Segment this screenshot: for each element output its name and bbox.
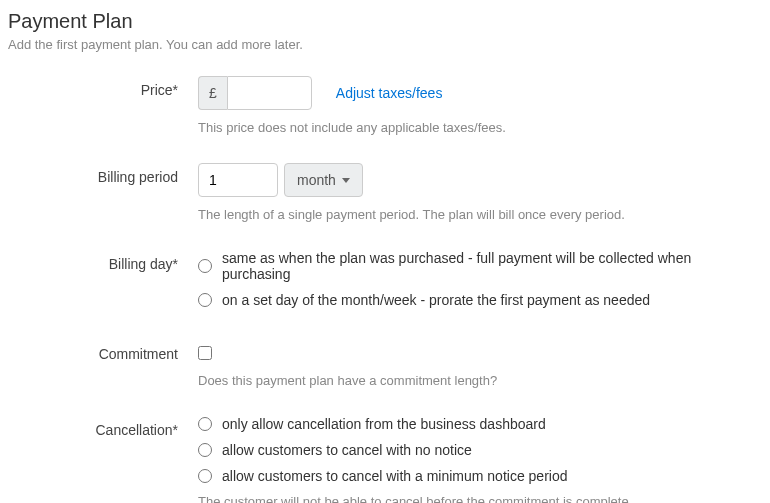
cancellation-radio-no-notice[interactable] <box>198 443 212 457</box>
row-price: Price* £ Adjust taxes/fees This price do… <box>8 76 762 135</box>
currency-symbol: £ <box>198 76 227 110</box>
billing-period-unit-dropdown[interactable]: month <box>284 163 363 197</box>
page-title: Payment Plan <box>8 10 762 33</box>
price-helper: This price does not include any applicab… <box>198 120 762 135</box>
row-billing-day: Billing day* same as when the plan was p… <box>8 250 762 318</box>
billing-day-option-set-label: on a set day of the month/week - prorate… <box>222 292 650 308</box>
billing-day-radio-set[interactable] <box>198 293 212 307</box>
billing-day-option-set[interactable]: on a set day of the month/week - prorate… <box>198 292 762 308</box>
price-input[interactable] <box>227 76 312 110</box>
page-subtitle: Add the first payment plan. You can add … <box>8 37 762 52</box>
cancellation-option-min-notice-label: allow customers to cancel with a minimum… <box>222 468 567 484</box>
commitment-checkbox[interactable] <box>198 346 212 360</box>
cancellation-option-business[interactable]: only allow cancellation from the busines… <box>198 416 762 432</box>
label-commitment: Commitment <box>8 346 198 362</box>
cancellation-radio-min-notice[interactable] <box>198 469 212 483</box>
label-price: Price* <box>8 76 198 98</box>
cancellation-radio-business[interactable] <box>198 417 212 431</box>
row-cancellation: Cancellation* only allow cancellation fr… <box>8 416 762 503</box>
row-billing-period: Billing period month The length of a sin… <box>8 163 762 222</box>
row-commitment: Commitment Does this payment plan have a… <box>8 346 762 388</box>
adjust-taxes-link[interactable]: Adjust taxes/fees <box>336 85 443 101</box>
cancellation-option-no-notice-label: allow customers to cancel with no notice <box>222 442 472 458</box>
label-cancellation: Cancellation* <box>8 416 198 438</box>
label-billing-day: Billing day* <box>8 250 198 272</box>
billing-day-option-same-label: same as when the plan was purchased - fu… <box>222 250 762 282</box>
cancellation-option-no-notice[interactable]: allow customers to cancel with no notice <box>198 442 762 458</box>
chevron-down-icon <box>342 178 350 183</box>
cancellation-option-business-label: only allow cancellation from the busines… <box>222 416 546 432</box>
label-billing-period: Billing period <box>8 163 198 185</box>
billing-period-unit-label: month <box>297 172 336 188</box>
cancellation-option-min-notice[interactable]: allow customers to cancel with a minimum… <box>198 468 762 484</box>
billing-day-option-same[interactable]: same as when the plan was purchased - fu… <box>198 250 762 282</box>
cancellation-helper: The customer will not be able to cancel … <box>198 494 762 503</box>
billing-day-radio-same[interactable] <box>198 259 212 273</box>
commitment-helper: Does this payment plan have a commitment… <box>198 373 762 388</box>
billing-period-input[interactable] <box>198 163 278 197</box>
billing-period-helper: The length of a single payment period. T… <box>198 207 762 222</box>
